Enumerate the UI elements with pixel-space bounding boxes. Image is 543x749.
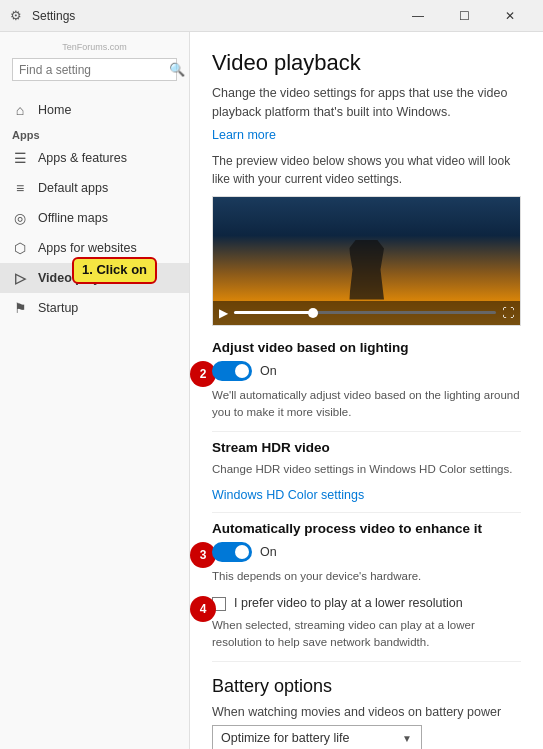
window-controls: — ☐ ✕ — [395, 0, 533, 32]
battery-dropdown-row: Optimize for battery life Optimize for v… — [212, 725, 521, 749]
sidebar-item-startup-label: Startup — [38, 301, 78, 315]
sidebar-item-home-label: Home — [38, 103, 71, 117]
page-title: Video playback — [212, 50, 521, 76]
battery-section-title: Battery options — [212, 676, 521, 697]
stream-hdr-title: Stream HDR video — [212, 440, 521, 455]
sidebar-item-offline-maps[interactable]: ◎ Offline maps — [0, 203, 189, 233]
offline-maps-icon: ◎ — [12, 210, 28, 226]
sidebar-item-offline-maps-label: Offline maps — [38, 211, 108, 225]
fullscreen-button[interactable]: ⛶ — [502, 306, 514, 320]
adjust-lighting-toggle-label: On — [260, 364, 277, 378]
hdr-color-link[interactable]: Windows HD Color settings — [212, 488, 521, 502]
dropdown-wrapper: 5. Select Optimize for battery life Opti… — [212, 725, 521, 749]
video-playback-icon: ▷ — [12, 270, 28, 286]
play-button[interactable]: ▶ — [219, 306, 228, 320]
sidebar-item-apps-features[interactable]: ☰ Apps & features — [0, 143, 189, 173]
sidebar-item-apps-websites-label: Apps for websites — [38, 241, 137, 255]
auto-process-toggle-label: On — [260, 545, 277, 559]
title-bar: ⚙ Settings — ☐ ✕ — [0, 0, 543, 32]
minimize-button[interactable]: — — [395, 0, 441, 32]
video-controls: ▶ ⛶ — [213, 301, 520, 325]
apps-websites-icon: ⬡ — [12, 240, 28, 256]
sidebar-item-default-apps[interactable]: ≡ Default apps — [0, 173, 189, 203]
default-apps-icon: ≡ — [12, 180, 28, 196]
settings-icon: ⚙ — [10, 8, 26, 24]
sidebar-item-startup[interactable]: ⚑ Startup — [0, 293, 189, 323]
seek-bar[interactable] — [234, 311, 496, 314]
startup-icon: ⚑ — [12, 300, 28, 316]
page-description: Change the video settings for apps that … — [212, 84, 521, 122]
app-body: TenForums.com 🔍 ⌂ Home Apps ☰ Apps & fea… — [0, 32, 543, 749]
main-content: Video playback Change the video settings… — [190, 32, 543, 749]
seek-thumb — [308, 308, 318, 318]
sidebar-item-apps-features-label: Apps & features — [38, 151, 127, 165]
auto-process-toggle-thumb — [235, 545, 249, 559]
seek-progress — [234, 311, 313, 314]
lower-resolution-label: I prefer video to play at a lower resolu… — [234, 596, 463, 610]
search-input[interactable] — [19, 63, 169, 77]
sidebar-item-home[interactable]: ⌂ Home — [0, 95, 189, 125]
adjust-lighting-helper: We'll automatically adjust video based o… — [212, 387, 521, 422]
adjust-lighting-title: Adjust video based on lighting — [212, 340, 521, 355]
battery-dropdown[interactable]: Optimize for battery life Optimize for v… — [212, 725, 422, 749]
sidebar-item-default-apps-label: Default apps — [38, 181, 108, 195]
adjust-lighting-toggle[interactable] — [212, 361, 252, 381]
divider2 — [212, 512, 521, 513]
video-silhouette — [349, 240, 384, 300]
sidebar-nav: ☰ Apps & features ≡ Default apps ◎ Offli… — [0, 143, 189, 323]
window-title: Settings — [32, 9, 395, 23]
auto-process-title: Automatically process video to enhance i… — [212, 521, 521, 536]
home-icon: ⌂ — [12, 102, 28, 118]
sidebar-video-wrapper: ▷ Video playback 1. Click on — [0, 263, 189, 293]
divider1 — [212, 431, 521, 432]
learn-more-link[interactable]: Learn more — [212, 128, 521, 142]
watermark: TenForums.com — [12, 42, 177, 52]
toggle-thumb — [235, 364, 249, 378]
auto-process-helper: This depends on your device's hardware. — [212, 568, 521, 585]
battery-watching-label: When watching movies and videos on batte… — [212, 705, 521, 719]
sidebar: TenForums.com 🔍 ⌂ Home Apps ☰ Apps & fea… — [0, 32, 190, 749]
lower-resolution-helper: When selected, streaming video can play … — [212, 617, 521, 652]
apps-features-icon: ☰ — [12, 150, 28, 166]
sidebar-header: TenForums.com 🔍 — [0, 32, 189, 95]
divider3 — [212, 661, 521, 662]
close-button[interactable]: ✕ — [487, 0, 533, 32]
video-preview: ▶ ⛶ — [212, 196, 521, 326]
auto-process-toggle[interactable] — [212, 542, 252, 562]
maximize-button[interactable]: ☐ — [441, 0, 487, 32]
step1-annotation: 1. Click on — [72, 257, 157, 284]
preview-description: The preview video below shows you what v… — [212, 152, 521, 188]
step4-badge: 4 — [190, 596, 216, 622]
stream-hdr-desc: Change HDR video settings in Windows HD … — [212, 461, 521, 478]
search-box[interactable]: 🔍 — [12, 58, 177, 81]
search-icon: 🔍 — [169, 62, 185, 77]
sidebar-section-label: Apps — [0, 125, 189, 143]
